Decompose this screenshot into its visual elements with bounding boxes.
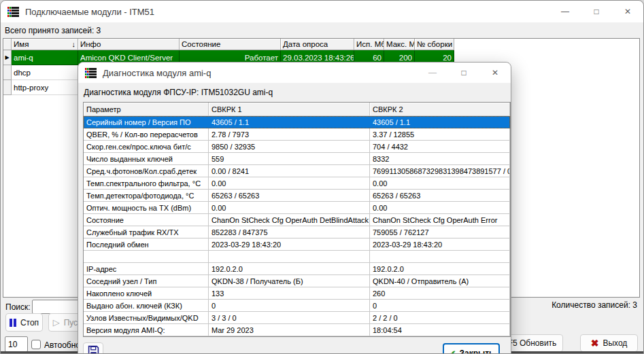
play-icon: ▷ <box>53 317 60 328</box>
param-value: 65263 / 65263 <box>370 190 510 202</box>
stop-button-label: Стоп <box>20 318 39 328</box>
param-value: 559 <box>209 153 370 165</box>
maximize-icon[interactable]: □ <box>581 1 612 22</box>
param-label: Соседний узел / Тип <box>84 275 209 287</box>
minimize-icon[interactable]: — <box>549 1 581 22</box>
diag-row[interactable]: Накоплено ключей133260 <box>84 287 510 300</box>
save-button[interactable] <box>83 342 103 354</box>
table-cell: ami-q <box>12 50 78 65</box>
column-header[interactable]: Исп. Мб <box>354 39 384 50</box>
diag-row[interactable]: Скор.ген.сек/прос.ключа бит/с9850 / 3293… <box>84 141 510 153</box>
param-value: 2023-03-29 18:43:20 <box>209 238 370 251</box>
header-filler <box>454 39 639 50</box>
diag-column-header[interactable]: СВКРК 1 <box>209 103 370 116</box>
param-label: Служебный трафик RX/TX <box>84 226 209 238</box>
records-count-label: Количество записей: 3 <box>552 300 637 310</box>
stop-button[interactable]: Стоп <box>5 313 43 332</box>
diag-row[interactable]: Соседний узел / ТипQKDN-38 / Получатель … <box>84 275 510 287</box>
diag-row[interactable]: Выдано абон. ключей (КЗК)00 <box>84 300 510 312</box>
close-dialog-button[interactable]: ✔ Закрыть <box>443 343 500 354</box>
param-label: IP-адрес <box>84 263 209 275</box>
diag-table-header: ПараметрСВКРК 1СВКРК 2 <box>84 103 510 116</box>
param-value: 43605 / 1.1 <box>370 116 510 128</box>
param-value <box>370 251 510 263</box>
column-header[interactable]: Инфо <box>78 39 180 50</box>
diag-row[interactable]: СостояниеChanOn StCheck Cfg OperAuth Det… <box>84 214 510 226</box>
param-value: 192.0.2.0 <box>370 263 510 275</box>
param-value: 0.00 <box>209 202 370 214</box>
diag-table-body: Серийный номер / Версия ПО43605 / 1.1436… <box>84 116 510 336</box>
param-value: 9850 / 32935 <box>209 141 370 153</box>
param-value: 0.00 <box>370 177 510 190</box>
diag-row[interactable]: Темп.спектрального фильтра, °С0.000.00 <box>84 177 510 190</box>
exit-button[interactable]: ✖ Выход <box>580 334 638 352</box>
dialog-app-icon <box>85 68 97 78</box>
param-value: ChanOn StCheck Cfg OperAuth Error <box>370 214 510 226</box>
table-cell: dhcp <box>12 65 78 80</box>
table-cell: http-proxy <box>12 80 78 95</box>
column-header-label: Состояние <box>182 40 278 48</box>
param-value: 0.00 <box>209 177 370 190</box>
dialog-close-icon[interactable]: ✕ <box>479 63 511 83</box>
param-value: 43605 / 1.1 <box>209 116 370 128</box>
app-icon <box>7 7 19 17</box>
column-header[interactable]: Дата опроса <box>281 39 354 50</box>
param-label <box>84 251 209 263</box>
param-value: 2.78 / 7973 <box>209 128 370 141</box>
diag-row[interactable]: Узлов Известных/Видимых/QKD3 / 3 / 02 / … <box>84 312 510 324</box>
close-icon[interactable]: ✕ <box>612 1 643 22</box>
param-label: Версия модуля AMI-Q: <box>84 324 209 336</box>
diag-row[interactable]: Сред.ч.фотонов/Кол.сраб.детек0.00 / 8241… <box>84 165 510 177</box>
row-marker-icon: ▶ <box>3 50 12 65</box>
param-label: Состояние <box>84 214 209 226</box>
param-value: 2 / 2 / 0 <box>370 312 510 324</box>
main-titlebar[interactable]: Подключаемые модули - ITM51 — □ ✕ <box>1 1 643 22</box>
window-title: Подключаемые модули - ITM51 <box>25 7 154 17</box>
param-value: QKDN-40 / Отправитель (А) <box>370 275 510 287</box>
diag-row[interactable]: Число выданных ключей5598332 <box>84 153 510 165</box>
diag-row[interactable]: Серийный номер / Версия ПО43605 / 1.1436… <box>84 116 510 128</box>
column-header[interactable]: Состояние <box>180 39 281 50</box>
diag-row[interactable]: Оптич. мощность на TX (dBm)0.000.00 <box>84 202 510 214</box>
param-value: 260 <box>370 287 510 300</box>
autorefresh-checkbox[interactable] <box>31 340 41 349</box>
param-value: 18:04:54 <box>370 324 510 336</box>
column-header-label: Имя <box>14 40 71 48</box>
dialog-titlebar[interactable]: Диагностика модуля ami-q — □ ✕ <box>78 63 511 83</box>
diag-row[interactable]: Последний обмен2023-03-29 18:43:202023-0… <box>84 238 510 251</box>
diag-column-header[interactable]: СВКРК 2 <box>370 103 510 116</box>
dialog-subtitle: Диагностика модуля ФПСУ-IP: ITM51032GU a… <box>84 88 273 97</box>
param-label: Оптич. мощность на TX (dBm) <box>84 202 209 214</box>
param-label: Темп.спектрального фильтра, °С <box>84 177 209 190</box>
param-value <box>209 251 370 263</box>
column-header-label: Макс. Мб <box>386 40 415 48</box>
column-header-label: Дата опроса <box>283 40 352 48</box>
interval-input[interactable] <box>5 336 28 352</box>
diag-row[interactable]: Версия модуля AMI-Q:Mar 29 202318:04:54 <box>84 324 510 336</box>
records-total-label: Всего принято записей: 3 <box>5 26 101 35</box>
search-label: Поиск: <box>5 302 31 312</box>
param-label: QBER, % / Кол-во перерасчетов <box>84 128 209 141</box>
column-header[interactable]: Имя↓ <box>12 39 78 50</box>
diag-row[interactable] <box>84 251 510 263</box>
diag-row[interactable]: Темп.детектора/фотодиода, °С65263 / 6526… <box>84 190 510 202</box>
header-gutter <box>3 39 12 50</box>
param-value: 8332 <box>370 153 510 165</box>
param-value: Mar 29 2023 <box>209 324 370 336</box>
column-header[interactable]: Макс. Мб <box>384 39 415 50</box>
modules-table-header: Имя↓ИнфоСостояниеДата опросаИсп. МбМакс.… <box>3 39 639 50</box>
param-label: Накоплено ключей <box>84 287 209 300</box>
exit-button-label: Выход <box>603 338 627 348</box>
window-controls: — □ ✕ <box>549 1 643 22</box>
param-label: Сред.ч.фотонов/Кол.сраб.детек <box>84 165 209 177</box>
dialog-maximize-icon[interactable]: □ <box>448 63 479 83</box>
diag-column-header[interactable]: Параметр <box>84 103 209 116</box>
dialog-minimize-icon[interactable]: — <box>417 63 448 83</box>
diag-row[interactable]: Служебный трафик RX/TX852283 / 847375759… <box>84 226 510 238</box>
diag-row[interactable]: IP-адрес192.0.2.0192.0.2.0 <box>84 263 510 275</box>
param-value: ChanOn StCheck Cfg OperAuth DetBlindAtta… <box>209 214 370 226</box>
param-label: Скор.ген.сек/прос.ключа бит/с <box>84 141 209 153</box>
diagnostics-table: ПараметрСВКРК 1СВКРК 2 Серийный номер / … <box>83 102 511 337</box>
column-header[interactable]: № сборки <box>415 39 454 50</box>
diag-row[interactable]: QBER, % / Кол-во перерасчетов2.78 / 7973… <box>84 128 510 141</box>
